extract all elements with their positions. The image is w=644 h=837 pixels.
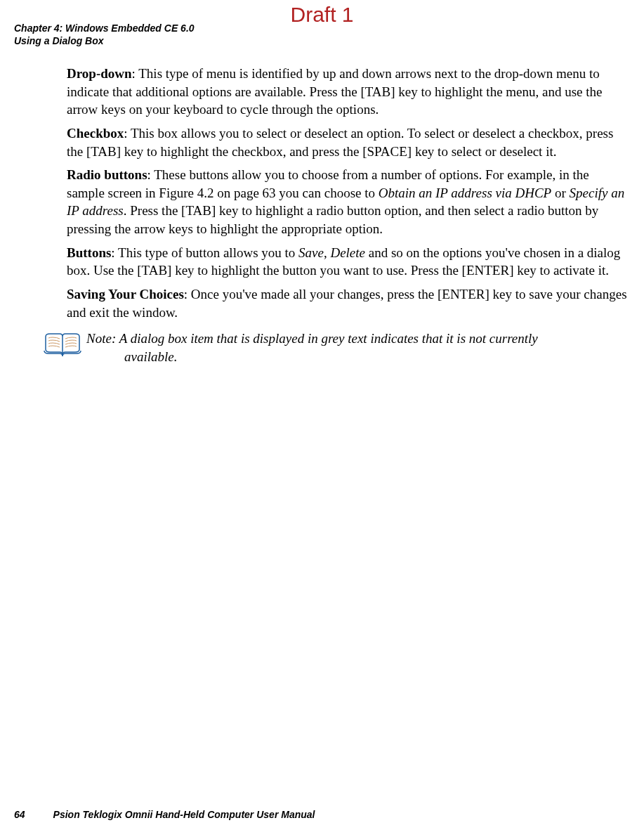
label-dropdown: Drop-down bbox=[67, 66, 132, 81]
paragraph-radio: Radio buttons: These buttons allow you t… bbox=[67, 166, 629, 238]
paragraph-checkbox: Checkbox: This box allows you to select … bbox=[67, 124, 629, 160]
paragraph-buttons: Buttons: This type of button allows you … bbox=[67, 244, 629, 280]
note-block: Note: A dialog box item that is displaye… bbox=[43, 330, 629, 365]
footer-title: Psion Teklogix Omnii Hand-Held Computer … bbox=[53, 809, 315, 820]
paragraph-dropdown: Drop-down: This type of menu is identifi… bbox=[67, 65, 629, 119]
label-buttons: Buttons bbox=[67, 245, 111, 260]
note-line1: A dialog box item that is displayed in g… bbox=[119, 331, 538, 346]
label-radio: Radio buttons bbox=[67, 167, 147, 182]
label-saving: Saving Your Choices bbox=[67, 287, 184, 301]
text-radio-3: . Press the [TAB] key to highlight a rad… bbox=[67, 203, 598, 236]
label-checkbox: Checkbox bbox=[67, 126, 124, 141]
text-checkbox: : This box allows you to select or desel… bbox=[67, 126, 613, 159]
book-icon bbox=[43, 331, 82, 356]
italic-buttons-2: Delete bbox=[330, 245, 365, 260]
header-section: Using a Dialog Box bbox=[14, 35, 104, 46]
text-radio-2: or bbox=[551, 186, 569, 200]
page-number: 64 bbox=[14, 809, 25, 820]
main-content: Drop-down: This type of menu is identifi… bbox=[67, 65, 629, 366]
text-dropdown: : This type of menu is identified by up … bbox=[67, 66, 603, 117]
italic-radio-1: Obtain an IP address via DHCP bbox=[379, 186, 551, 200]
italic-buttons-1: Save bbox=[298, 245, 324, 260]
text-buttons-1: : This type of button allows you to bbox=[111, 245, 298, 260]
text-buttons-2: , bbox=[324, 245, 331, 260]
header-chapter: Chapter 4: Windows Embedded CE 6.0 bbox=[14, 22, 195, 34]
note-label: Note: bbox=[86, 331, 119, 346]
paragraph-saving: Saving Your Choices: Once you've made al… bbox=[67, 285, 629, 321]
note-text: Note: A dialog box item that is displaye… bbox=[86, 330, 538, 365]
note-line2: available. bbox=[86, 348, 538, 366]
footer: 64Psion Teklogix Omnii Hand-Held Compute… bbox=[14, 809, 315, 820]
draft-watermark: Draft 1 bbox=[290, 3, 353, 27]
